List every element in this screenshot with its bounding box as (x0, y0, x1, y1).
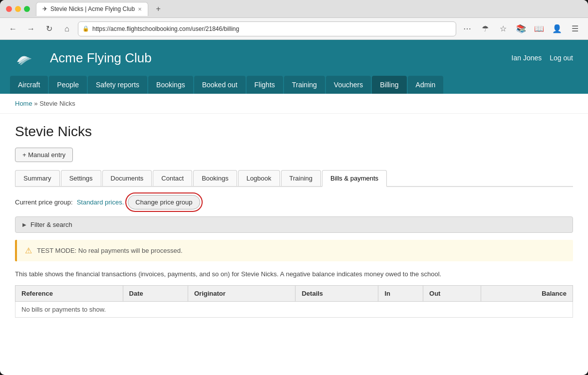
col-out: Out (423, 285, 481, 301)
tab-close-icon[interactable]: ✕ (138, 6, 142, 12)
col-originator: Originator (188, 285, 295, 301)
address-bar[interactable]: 🔒 https://acme.flightschoolbooking.com/u… (78, 21, 456, 36)
tab-training[interactable]: Training (281, 170, 321, 186)
security-icon: 🔒 (82, 25, 89, 32)
nav-item-vouchers[interactable]: Vouchers (326, 76, 371, 94)
nav-item-flights[interactable]: Flights (247, 76, 283, 94)
site-header: Acme Flying Club Ian Jones Log out (0, 40, 588, 76)
maximize-button[interactable] (24, 6, 30, 12)
reader-icon[interactable]: 📖 (532, 22, 546, 36)
tab-summary[interactable]: Summary (15, 170, 60, 186)
manual-entry-button[interactable]: + Manual entry (15, 148, 73, 162)
tab-title: Stevie Nicks | Acme Flying Club (50, 5, 135, 12)
filter-search-bar[interactable]: ▶ Filter & search (15, 216, 573, 233)
tab-bookings[interactable]: Bookings (193, 170, 237, 186)
more-options-icon[interactable]: ⋯ (460, 22, 474, 36)
pocket-icon[interactable]: ☂ (478, 22, 492, 36)
tab-logbook[interactable]: Logbook (238, 170, 280, 186)
nav-item-billing[interactable]: Billing (372, 76, 406, 94)
toolbar-actions: ⋯ ☂ ☆ 📚 📖 👤 ☰ (460, 22, 582, 36)
price-group-value[interactable]: Standard prices. (77, 198, 124, 206)
tab-bar: ✈ Stevie Nicks | Acme Flying Club ✕ + (36, 2, 582, 16)
billing-table: Reference Date Originator Details In Out… (15, 285, 573, 318)
site-header-left: Acme Flying Club (15, 49, 152, 67)
nav-item-bookings[interactable]: Bookings (148, 76, 193, 94)
browser-window: ✈ Stevie Nicks | Acme Flying Club ✕ + ← … (0, 0, 588, 375)
tab-bills-payments[interactable]: Bills & payments (322, 170, 387, 187)
main-area: Stevie Nicks + Manual entry Summary Sett… (0, 114, 588, 328)
breadcrumb-current: Stevie Nicks (39, 100, 75, 107)
main-nav: Aircraft People Safety reports Bookings … (0, 76, 588, 94)
minimize-button[interactable] (15, 6, 21, 12)
nav-item-aircraft[interactable]: Aircraft (10, 76, 48, 94)
table-empty-message: No bills or payments to show. (15, 301, 573, 317)
nav-item-people[interactable]: People (49, 76, 87, 94)
tab-documents[interactable]: Documents (102, 170, 152, 186)
page-title: Stevie Nicks (15, 124, 573, 140)
account-icon[interactable]: 👤 (550, 22, 564, 36)
site-header-right: Ian Jones Log out (512, 54, 573, 62)
table-body: No bills or payments to show. (15, 301, 573, 317)
site-title: Acme Flying Club (50, 50, 152, 66)
back-button[interactable]: ← (6, 22, 20, 36)
user-tabs: Summary Settings Documents Contact Booki… (15, 170, 573, 187)
filter-label: Filter & search (30, 221, 72, 228)
library-icon[interactable]: 📚 (514, 22, 528, 36)
col-date: Date (123, 285, 188, 301)
browser-titlebar: ✈ Stevie Nicks | Acme Flying Club ✕ + (0, 0, 588, 18)
header-username: Ian Jones (512, 54, 542, 62)
table-description: This table shows the financial transacti… (15, 269, 573, 279)
nav-item-admin[interactable]: Admin (408, 76, 444, 94)
bookmark-icon[interactable]: ☆ (496, 22, 510, 36)
breadcrumb: Home » Stevie Nicks (0, 94, 588, 114)
price-group-label: Current price group: (15, 198, 73, 206)
col-reference: Reference (15, 285, 123, 301)
nav-item-booked-out[interactable]: Booked out (194, 76, 246, 94)
warning-box: ⚠ TEST MODE: No real payments will be pr… (15, 240, 573, 261)
col-in: In (378, 285, 423, 301)
col-balance: Balance (481, 285, 573, 301)
page-content: Acme Flying Club Ian Jones Log out Aircr… (0, 40, 588, 375)
breadcrumb-separator: » (34, 100, 37, 107)
breadcrumb-home[interactable]: Home (15, 100, 32, 107)
close-button[interactable] (6, 6, 12, 12)
tab-settings[interactable]: Settings (61, 170, 101, 186)
site-logo (15, 49, 40, 67)
warning-icon: ⚠ (25, 246, 32, 255)
col-details: Details (295, 285, 378, 301)
filter-triangle-icon: ▶ (22, 222, 26, 227)
logout-link[interactable]: Log out (550, 54, 573, 62)
reload-button[interactable]: ↻ (42, 22, 56, 36)
table-header-row: Reference Date Originator Details In Out… (15, 285, 573, 301)
table-empty-row: No bills or payments to show. (15, 301, 573, 317)
url-display: https://acme.flightschoolbooking.com/use… (92, 25, 239, 32)
tab-favicon: ✈ (42, 5, 47, 12)
new-tab-button[interactable]: + (152, 3, 164, 15)
browser-toolbar: ← → ↻ ⌂ 🔒 https://acme.flightschoolbooki… (0, 18, 588, 40)
forward-button[interactable]: → (24, 22, 38, 36)
nav-item-safety-reports[interactable]: Safety reports (88, 76, 147, 94)
browser-tab[interactable]: ✈ Stevie Nicks | Acme Flying Club ✕ (36, 2, 148, 16)
price-group-row: Current price group: Standard prices. Ch… (15, 195, 573, 209)
tab-contact[interactable]: Contact (153, 170, 192, 186)
home-button[interactable]: ⌂ (60, 22, 74, 36)
traffic-lights (6, 6, 30, 12)
warning-text: TEST MODE: No real payments will be proc… (37, 247, 183, 254)
nav-item-training[interactable]: Training (284, 76, 325, 94)
menu-icon[interactable]: ☰ (568, 22, 582, 36)
table-header: Reference Date Originator Details In Out… (15, 285, 573, 301)
change-price-group-button[interactable]: Change price group (128, 195, 200, 209)
